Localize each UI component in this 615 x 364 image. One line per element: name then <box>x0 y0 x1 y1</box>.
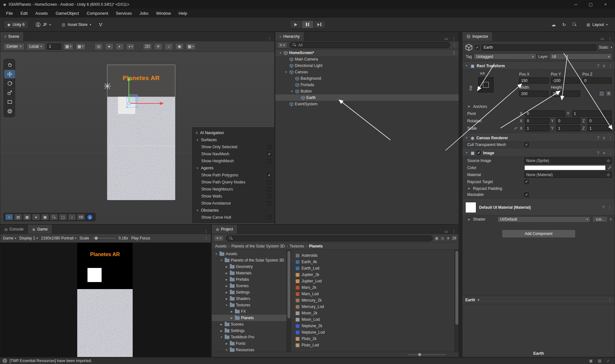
menu-edit[interactable]: Edit <box>17 10 31 17</box>
component-menu-icon[interactable]: ⋮ <box>609 136 612 140</box>
hierarchy-item-background[interactable]: Background <box>275 75 459 82</box>
source-image-field[interactable]: None (Sprite)◎ <box>524 158 612 164</box>
search-by-label-icon[interactable]: ◎ <box>441 236 444 240</box>
nav-option[interactable]: Show Only Selected <box>193 144 274 150</box>
play-button[interactable] <box>290 20 302 28</box>
account-dropdown[interactable]: JF ▾ <box>32 20 54 29</box>
foldout-icon[interactable]: ▶ <box>230 310 234 313</box>
foldout-icon[interactable]: ▶ <box>220 323 223 326</box>
tab-inspector[interactable]: iInspector <box>462 32 493 41</box>
tree-folder[interactable]: ▶Settings <box>212 289 291 295</box>
hierarchy-item-earth[interactable]: Earth <box>275 94 459 101</box>
preview-header[interactable]: Earth ▾ ⋮ <box>462 296 615 304</box>
tab-game[interactable]: ▣Game <box>28 225 52 234</box>
visibility-toggle[interactable]: ◉ <box>175 43 184 50</box>
gizmo-position-icon[interactable]: ◎ <box>95 43 103 50</box>
hierarchy-item-canvas[interactable]: ▼Canvas <box>275 69 459 75</box>
nav-option[interactable]: Show Walls <box>193 194 274 199</box>
help-icon[interactable]: ? <box>597 136 599 140</box>
foldout-icon[interactable]: ▶ <box>225 278 229 281</box>
audio-overlay-icon[interactable]: ♪ <box>68 214 76 220</box>
tree-folder[interactable]: ▶Scenes <box>212 283 291 289</box>
menu-services[interactable]: Services <box>112 10 136 17</box>
foldout-icon[interactable]: ▼ <box>465 151 469 154</box>
asset-item[interactable]: Pluto_Lod <box>291 342 459 348</box>
blueprint-mode-button[interactable] <box>599 91 605 97</box>
nav-option[interactable]: Show Neighbours <box>193 187 274 192</box>
canvas-renderer-header[interactable]: ▼ ◉ Canvas Renderer ?≡⋮ <box>462 134 615 142</box>
checkbox[interactable] <box>267 194 271 198</box>
checkbox[interactable] <box>267 145 271 149</box>
help-icon[interactable]: ? <box>602 205 604 210</box>
object-picker-icon[interactable]: ◎ <box>607 158 610 163</box>
foldout-icon[interactable]: ▶ <box>467 218 471 221</box>
tree-folder[interactable]: ▼TextMesh Pro <box>212 334 291 340</box>
foldout-icon[interactable]: ▶ <box>225 265 229 268</box>
foldout-icon[interactable]: ▶ <box>225 342 229 345</box>
component-menu-icon[interactable]: ⋮ <box>609 64 612 68</box>
close-button[interactable]: × <box>604 2 607 7</box>
nav-option[interactable]: Show Avoidance <box>193 201 274 206</box>
tree-folder[interactable]: ▶Shaders <box>212 295 291 302</box>
slider-knob[interactable] <box>418 353 421 356</box>
canvas-object[interactable]: Planetes AR <box>107 65 175 200</box>
scrollbar-thumb[interactable] <box>455 251 458 325</box>
pivot-mode-dropdown[interactable]: Center▾ <box>4 43 24 50</box>
presets-icon[interactable]: ≡ <box>603 64 605 68</box>
asset-item[interactable]: Neptune_2k <box>291 323 459 329</box>
edit-shader-button[interactable]: Edit... <box>592 216 608 222</box>
hierarchy-item-portada[interactable]: Portada <box>275 82 459 88</box>
tree-scrollbar[interactable] <box>287 250 291 352</box>
maximize-button[interactable]: ▢ <box>589 2 593 7</box>
surfaces-section[interactable]: ▼Surfaces <box>193 137 274 142</box>
hand-tool[interactable] <box>4 61 15 69</box>
scale-slider[interactable] <box>92 238 115 239</box>
tree-folder[interactable]: ▼Assets <box>212 251 291 257</box>
component-menu-icon[interactable]: ⋮ <box>608 205 612 210</box>
foldout-icon[interactable]: ▶ <box>225 291 229 294</box>
asset-item[interactable]: Mercury_2k <box>291 297 459 303</box>
camera-settings-dropdown[interactable]: ▦▾ <box>186 43 196 50</box>
move-tool[interactable] <box>4 70 15 78</box>
menu-assets[interactable]: Assets <box>32 10 51 17</box>
tree-folder[interactable]: ▶Materials <box>212 270 291 276</box>
tree-folder[interactable]: ▶Scenes <box>212 321 291 328</box>
object-name-field[interactable] <box>482 44 596 51</box>
raycast-target-checkbox[interactable]: ✓ <box>524 180 529 184</box>
asset-store-dropdown[interactable]: ▤ Asset Store ▾ <box>58 20 95 29</box>
anchors-foldout[interactable]: ▶Anchors <box>462 103 615 110</box>
foldout-icon[interactable]: ▼ <box>214 253 218 255</box>
tree-folder[interactable]: ▶Geometry <box>212 263 291 270</box>
nav-option[interactable]: Show Carve Hull <box>193 215 274 220</box>
scale-x-field[interactable] <box>525 125 549 131</box>
checkbox[interactable] <box>267 187 271 191</box>
grid-snap-dropdown[interactable]: ▦▾ <box>63 43 73 50</box>
pos-z-field[interactable] <box>582 77 612 84</box>
asset-item[interactable]: Moon_Lod <box>291 316 459 323</box>
scale-tool[interactable] <box>4 88 15 97</box>
status-message[interactable]: [TMP Essential Resources] have been impo… <box>10 359 92 363</box>
foldout-icon[interactable]: ▼ <box>465 136 469 139</box>
progress-icon[interactable]: ✓ <box>607 359 610 363</box>
cloud-icon[interactable]: ☁ <box>551 22 556 27</box>
pivot-x-field[interactable] <box>525 110 565 117</box>
menu-help[interactable]: Help <box>175 10 191 17</box>
breadcrumb-current[interactable]: Planets <box>309 244 323 248</box>
nav-option[interactable]: Show NavMesh✓ <box>193 151 274 157</box>
unity-version-button[interactable]: ◆ Unity 6 <box>4 20 28 29</box>
menu-file[interactable]: File <box>3 10 16 17</box>
asset-item[interactable]: Neptune_Lod <box>291 329 459 336</box>
transform-tool[interactable] <box>4 107 15 116</box>
checkbox[interactable] <box>267 215 271 220</box>
hierarchy-search-input[interactable]: All <box>289 42 450 48</box>
tree-folder[interactable]: ▶FX <box>212 308 291 315</box>
scene-viewport[interactable]: Planetes AR + <box>0 52 274 224</box>
asset-item[interactable]: Mercury_Lod <box>291 303 459 310</box>
rect-tool[interactable] <box>4 98 15 106</box>
zoom-icon[interactable] <box>50 214 58 220</box>
foldout-icon[interactable]: ▼ <box>284 71 288 74</box>
cull-transparent-mesh-checkbox[interactable]: ✓ <box>524 142 529 147</box>
2d-mode-toggle[interactable]: 2D <box>143 43 152 50</box>
resolution-dropdown[interactable]: 2160x1080 Portrait▾ <box>41 236 76 240</box>
tree-folder[interactable]: ▼Resources <box>212 347 291 352</box>
